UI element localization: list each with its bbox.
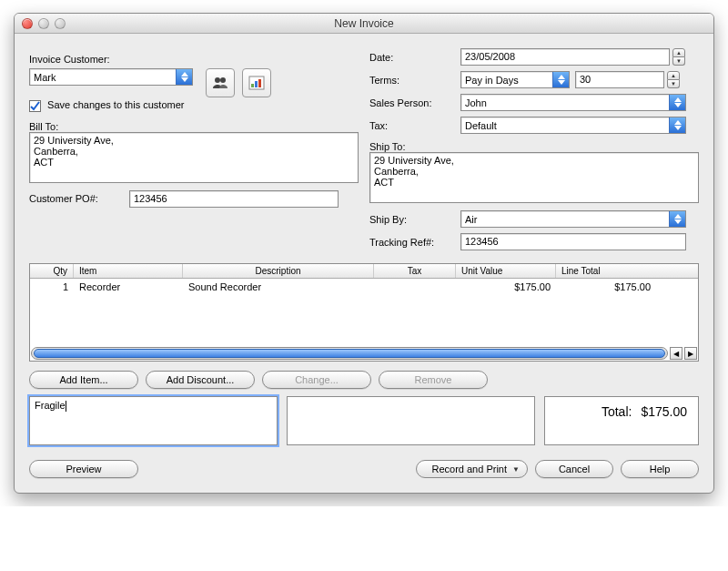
tax-select[interactable]: Default [460,117,686,134]
help-button[interactable]: Help [621,460,699,478]
close-icon[interactable] [22,18,33,29]
scroll-right-icon[interactable]: ▶ [684,347,697,360]
total-box: Total: $175.00 [544,396,699,445]
svg-marker-13 [674,126,682,130]
svg-marker-11 [674,103,682,107]
tax-label: Tax: [369,120,460,131]
bill-to-field[interactable]: 29 University Ave, Canberra, ACT [29,132,359,183]
change-button: Change... [262,371,371,389]
svg-rect-7 [258,79,261,87]
chart-icon-button[interactable] [242,68,271,97]
col-qty: Qty [30,264,74,278]
tracking-label: Tracking Ref#: [369,237,460,248]
bill-to-label: Bill To: [29,121,359,132]
tracking-field[interactable]: 123456 [460,233,686,250]
terms-select[interactable]: Pay in Days [460,71,570,88]
svg-point-2 [215,77,220,83]
customer-value: Mark [34,72,56,83]
svg-marker-9 [558,80,565,85]
checkmark-icon [30,101,40,111]
sales-label: Sales Person: [369,97,460,108]
invoice-window: New Invoice Invoice Customer: Mark [14,13,714,494]
total-label: Total: [602,404,632,419]
svg-marker-12 [674,120,682,125]
remove-button: Remove [379,371,488,389]
window-title: New Invoice [15,17,713,30]
record-print-popup[interactable]: Record and Print [416,460,528,478]
svg-marker-1 [181,77,188,82]
customer-select[interactable]: Mark [29,68,193,86]
col-tax: Tax [374,264,456,278]
col-desc: Description [183,264,374,278]
svg-rect-5 [251,84,254,87]
svg-marker-8 [558,75,565,79]
notes-field-2[interactable] [287,396,535,445]
col-item: Item [74,264,183,278]
ship-to-field[interactable]: 29 University Ave, Canberra, ACT [369,152,699,203]
svg-point-3 [220,77,226,83]
invoice-customer-label: Invoice Customer: [29,54,359,65]
chevron-updown-icon [176,69,192,85]
customers-icon-button[interactable] [206,68,235,97]
save-changes-label: Save changes to this customer [47,99,184,110]
cancel-button[interactable]: Cancel [535,460,613,478]
col-uval: Unit Value [456,264,556,278]
chevron-updown-icon [669,95,685,110]
po-label: Customer PO#: [29,193,129,204]
scroll-left-icon[interactable]: ◀ [670,347,682,360]
line-items-table: Qty Item Description Tax Unit Value Line… [29,263,699,362]
chevron-updown-icon [669,117,685,133]
date-stepper[interactable]: ▲▼ [672,48,685,66]
people-icon [212,76,228,89]
ship-to-label: Ship To: [369,141,699,152]
svg-marker-15 [674,219,682,224]
table-header: Qty Item Description Tax Unit Value Line… [30,264,698,279]
terms-days-field[interactable]: 30 [575,71,664,88]
table-row[interactable]: 1 Recorder Sound Recorder $175.00 $175.0… [30,279,698,295]
save-changes-checkbox[interactable] [29,100,41,112]
total-value: $175.00 [641,404,687,419]
svg-rect-6 [255,81,258,87]
add-discount-button[interactable]: Add Discount... [146,371,255,389]
chevron-updown-icon [669,211,685,227]
add-item-button[interactable]: Add Item... [29,371,138,389]
zoom-icon[interactable] [55,18,66,29]
po-field[interactable]: 123456 [129,190,339,208]
date-label: Date: [369,52,460,63]
horizontal-scrollbar[interactable]: ◀ ▶ [31,347,697,360]
svg-marker-14 [674,214,682,219]
ship-by-label: Ship By: [369,214,460,225]
svg-marker-0 [181,72,188,76]
preview-button[interactable]: Preview [29,460,138,478]
svg-marker-10 [674,97,682,102]
col-total: Line Total [556,264,656,278]
chart-icon [248,76,265,90]
terms-label: Terms: [369,75,460,86]
chevron-updown-icon [552,72,569,87]
ship-by-select[interactable]: Air [460,210,686,228]
minimize-icon[interactable] [38,18,49,29]
text-cursor-icon [66,401,66,412]
date-field[interactable]: 23/05/2008 [460,48,670,66]
terms-stepper[interactable]: ▲▼ [667,71,680,88]
comment-field[interactable]: Fragile [29,396,278,445]
titlebar: New Invoice [15,14,713,34]
sales-select[interactable]: John [460,94,686,111]
